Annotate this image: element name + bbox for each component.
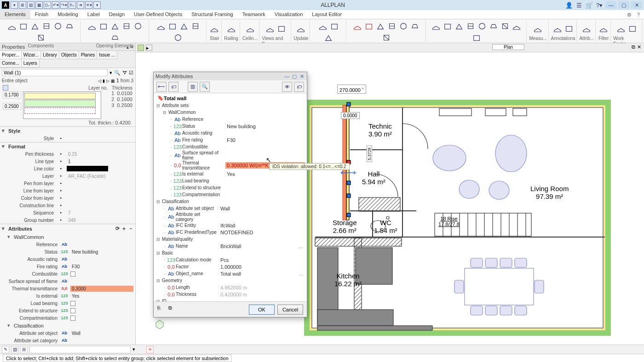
- ribbon-icon[interactable]: [226, 23, 237, 34]
- col-button[interactable]: ▥: [188, 82, 198, 92]
- footer-btn[interactable]: ⧉: [168, 305, 178, 314]
- ribbon-icon[interactable]: [398, 21, 409, 32]
- ribbon-icon[interactable]: [178, 21, 190, 32]
- checkbox[interactable]: [70, 316, 75, 321]
- help-icon[interactable]: ?▾: [595, 1, 604, 9]
- attr-value[interactable]: 7: [67, 210, 133, 216]
- remove-icon[interactable]: －: [128, 225, 133, 232]
- tag-button[interactable]: 🏷: [168, 82, 178, 92]
- ribbon-icon[interactable]: [6, 21, 17, 32]
- sidebar-tab-issue[interactable]: Issue ...: [97, 51, 117, 59]
- next-icon[interactable]: ▷: [106, 79, 109, 83]
- menu-label[interactable]: Label: [83, 10, 104, 19]
- modal-attr-value[interactable]: New building: [227, 124, 256, 129]
- attr-value[interactable]: Wall: [70, 330, 133, 336]
- qa-btn[interactable]: ↷▾: [60, 1, 68, 9]
- ribbon-icon[interactable]: [98, 21, 109, 32]
- attr-value[interactable]: [70, 281, 133, 282]
- entire-object-label[interactable]: Entire object: [2, 78, 28, 83]
- attr-value[interactable]: New building: [70, 249, 133, 255]
- menu-user-defined-objects[interactable]: User-Defined Objects: [129, 10, 187, 19]
- ribbon-icon[interactable]: [431, 21, 442, 32]
- tool-btn[interactable]: ▧: [11, 346, 18, 353]
- ribbon-icon[interactable]: [329, 21, 340, 32]
- close-icon[interactable]: ✕: [637, 44, 641, 50]
- ribbon-icon[interactable]: [363, 21, 374, 32]
- ribbon-icon[interactable]: [564, 23, 575, 34]
- left-dim-2[interactable]: [3, 103, 21, 110]
- attr-value[interactable]: AR_FAC (Facade): [67, 173, 133, 179]
- modal-attr-value[interactable]: 1.000000: [220, 264, 242, 270]
- attr-value[interactable]: 0.25: [67, 151, 133, 157]
- sidebar-tab-proper[interactable]: Proper...: [0, 51, 22, 59]
- target-icon[interactable]: ✳: [146, 346, 154, 353]
- ribbon-icon[interactable]: [41, 21, 52, 32]
- menu-elements[interactable]: Elements: [0, 10, 30, 19]
- window-maximize[interactable]: ▢: [618, 1, 629, 9]
- user-icon[interactable]: 👤: [565, 1, 573, 9]
- modal-subsection[interactable]: ⊟WallCommon: [155, 109, 305, 116]
- ribbon-icon[interactable]: [323, 32, 334, 43]
- modal-section[interactable]: ⊟Material/quality: [155, 236, 305, 243]
- section-classification[interactable]: ▾Classification: [0, 322, 135, 329]
- ribbon-icon[interactable]: [109, 21, 121, 32]
- ribbon-icon[interactable]: [264, 23, 276, 34]
- ribbon-icon[interactable]: [86, 21, 98, 32]
- apply-button[interactable]: 🏷: [294, 82, 304, 92]
- ok-button[interactable]: OK: [249, 305, 275, 315]
- menu-modeling[interactable]: Modeling: [53, 10, 83, 19]
- search-button[interactable]: 🔍: [200, 82, 210, 92]
- color-swatch[interactable]: [67, 166, 108, 171]
- checkbox[interactable]: [70, 308, 75, 313]
- qa-btn[interactable]: ▦: [35, 1, 43, 9]
- cart-icon[interactable]: 🛒: [585, 1, 593, 9]
- menu-visualization[interactable]: Visualization: [270, 10, 308, 19]
- ribbon-icon[interactable]: [409, 21, 420, 32]
- ribbon-icon[interactable]: [172, 32, 184, 43]
- modal-attr-value[interactable]: IfcWall: [220, 223, 236, 228]
- menu-layout-editor[interactable]: Layout Editor: [307, 10, 346, 19]
- ribbon-icon[interactable]: [511, 21, 522, 32]
- sidebar-tab-conne[interactable]: Conne...: [0, 59, 22, 68]
- restore-icon[interactable]: ⧉: [632, 44, 635, 50]
- refresh-icon[interactable]: ⟳: [115, 226, 120, 232]
- menu-icon[interactable]: ☰: [575, 1, 583, 9]
- ribbon-icon[interactable]: [132, 21, 144, 32]
- ribbon-icon[interactable]: [477, 21, 488, 32]
- search-icon[interactable]: 🔍: [114, 70, 121, 76]
- ribbon-icon[interactable]: [627, 23, 638, 34]
- attr-value[interactable]: [67, 138, 133, 139]
- cancel-button[interactable]: Cancel: [277, 305, 303, 315]
- modal-attr-value[interactable]: Pcs: [220, 257, 229, 263]
- attr-value[interactable]: 0.3000: [70, 286, 133, 292]
- ribbon-icon[interactable]: [532, 23, 543, 34]
- ribbon-icon[interactable]: [352, 21, 363, 32]
- eye-button[interactable]: 👁: [282, 82, 292, 92]
- back-button[interactable]: ⟵: [156, 82, 167, 92]
- ribbon-icon[interactable]: [209, 23, 220, 34]
- menu-structural-framing[interactable]: Structural Framing: [187, 10, 237, 19]
- attr-value[interactable]: [67, 198, 133, 198]
- attr-value[interactable]: [70, 340, 133, 341]
- prev-icon[interactable]: ◁: [98, 79, 101, 83]
- ribbon-icon[interactable]: [245, 23, 256, 34]
- attr-value[interactable]: [70, 259, 133, 260]
- window-minimize[interactable]: —: [605, 1, 616, 9]
- ribbon-icon[interactable]: [190, 21, 201, 32]
- ribbon-icon[interactable]: [598, 23, 609, 34]
- qa-btn[interactable]: ▾: [11, 1, 18, 9]
- modal-section[interactable]: ⊟Classification: [155, 198, 305, 205]
- dialog-minimize[interactable]: —: [284, 73, 290, 79]
- modal-attr-value[interactable]: 4.962800 m: [220, 285, 247, 290]
- checkbox[interactable]: [70, 301, 75, 306]
- attr-value[interactable]: Yes: [70, 293, 133, 299]
- menu-finish[interactable]: Finish: [30, 10, 53, 19]
- modal-attr-value[interactable]: Total wall: [220, 271, 241, 277]
- section-attributes[interactable]: ▾Attributes⟳＋－: [0, 224, 135, 233]
- ribbon-icon[interactable]: [500, 21, 511, 32]
- tool-btn[interactable]: ⊞: [20, 346, 28, 353]
- attr-value[interactable]: [70, 244, 133, 245]
- ribbon-icon[interactable]: [35, 32, 46, 43]
- layer-toggle[interactable]: [3, 85, 8, 90]
- more-icon[interactable]: …: [299, 271, 304, 277]
